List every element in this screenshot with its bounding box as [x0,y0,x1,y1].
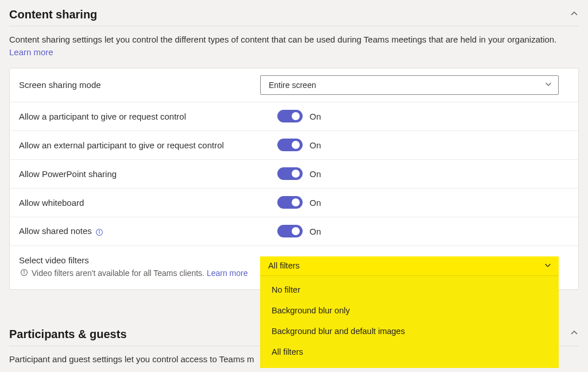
section-description: Content sharing settings let you control… [5,33,583,61]
chevron-up-icon [570,328,579,340]
row-participant-control: Allow a participant to give or request c… [10,102,578,131]
chevron-up-icon [570,9,579,21]
svg-point-3 [24,270,24,271]
learn-more-link[interactable]: Learn more [9,47,53,57]
row-video-filters: Select video filters Video filters aren'… [10,246,578,289]
divider [9,26,579,26]
row-ppt-sharing: Allow PowerPoint sharing On [10,160,578,189]
row-hint-text: Video filters aren't available for all T… [32,269,207,278]
toggle-state: On [310,198,321,208]
row-label: Allow PowerPoint sharing [19,169,260,179]
row-shared-notes: Allow shared notes On [10,217,578,246]
toggle-state: On [310,169,321,179]
option-background-blur-and-default-images[interactable]: Background blur and default images [260,321,559,342]
dropdown-value: All filters [268,261,300,270]
video-filters-dropdown-wrap: All filters No filter Background blur on… [260,256,559,368]
toggle-participant-control[interactable] [277,110,303,122]
svg-point-1 [99,230,99,231]
row-label: Allow shared notes [19,226,260,236]
video-filters-menu: No filter Background blur only Backgroun… [260,276,559,368]
section-title: Participants & guests [9,328,127,341]
section-header-content-sharing[interactable]: Content sharing [5,5,583,26]
toggle-state: On [310,227,321,236]
row-label: Screen sharing mode [19,80,260,90]
section-title: Content sharing [9,8,97,21]
section-desc-text: Content sharing settings let you control… [9,34,556,44]
toggle-state: On [310,112,321,121]
toggle-shared-notes[interactable] [277,225,303,237]
row-external-control: Allow an external participant to give or… [10,131,578,160]
toggle-external-control[interactable] [277,139,303,151]
video-filters-dropdown[interactable]: All filters [260,256,559,276]
info-icon [20,269,28,277]
row-label: Allow whiteboard [19,198,260,208]
toggle-ppt-sharing[interactable] [277,167,303,180]
row-label-text: Allow shared notes [19,226,92,236]
toggle-state: On [310,140,321,150]
row-screen-sharing: Screen sharing mode Entire screen [10,68,578,102]
settings-panel: Screen sharing mode Entire screen Allow … [9,68,579,290]
chevron-down-icon [544,261,552,271]
row-whiteboard: Allow whiteboard On [10,189,578,217]
screen-sharing-dropdown[interactable]: Entire screen [260,75,559,95]
row-label: Allow an external participant to give or… [19,140,260,150]
learn-more-link[interactable]: Learn more [207,269,248,278]
option-background-blur-only[interactable]: Background blur only [260,300,559,321]
row-label-group: Select video filters Video filters aren'… [19,255,260,279]
row-label-text: Select video filters [19,255,260,265]
row-hint: Video filters aren't available for all T… [19,267,260,279]
row-label: Allow a participant to give or request c… [19,112,260,121]
option-no-filter[interactable]: No filter [260,279,559,300]
toggle-whiteboard[interactable] [277,196,303,209]
dropdown-value: Entire screen [269,80,316,90]
option-all-filters[interactable]: All filters [260,342,559,362]
chevron-down-icon [544,80,552,90]
info-icon[interactable] [95,228,103,236]
